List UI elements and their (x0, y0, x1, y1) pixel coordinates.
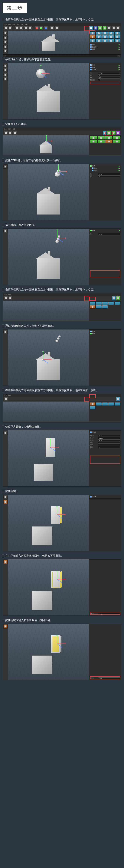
prim-plane[interactable] (115, 302, 120, 305)
render-settings[interactable] (55, 26, 59, 30)
prim-relief[interactable] (102, 39, 108, 42)
sizez-field[interactable]: 86 cm (98, 439, 120, 441)
extrude-field[interactable]: 3 cm (98, 677, 120, 679)
prim-capsule[interactable] (102, 35, 108, 38)
undo-button[interactable] (4, 131, 8, 135)
move-tool[interactable] (19, 26, 23, 30)
viewport[interactable] (8, 430, 89, 487)
model-mode[interactable] (3, 31, 7, 35)
sizey-field[interactable]: 122 cm (98, 437, 120, 439)
prim-torus[interactable] (96, 35, 102, 38)
prim-figure[interactable] (108, 39, 114, 42)
redo-button[interactable] (8, 26, 13, 30)
gen-subdiv[interactable] (90, 136, 97, 140)
prim-capsule[interactable] (102, 305, 108, 309)
light-button[interactable] (116, 26, 120, 30)
app-menubar[interactable]: 文件 编辑 创建 选择 工具 网格 (3, 23, 121, 26)
menu-item[interactable]: 编辑 (8, 24, 11, 25)
select-tool[interactable] (15, 26, 19, 30)
poly-mode[interactable] (3, 624, 7, 628)
prim-tube[interactable] (108, 35, 114, 38)
cube-primitive-button[interactable] (89, 26, 93, 30)
poly-mode[interactable] (3, 77, 7, 81)
viewport[interactable] (8, 624, 89, 680)
gen-lathe[interactable] (105, 136, 113, 140)
prim-disc[interactable] (108, 31, 114, 35)
y-lock[interactable] (39, 26, 43, 30)
viewport[interactable] (3, 402, 89, 422)
ideal-check[interactable] (98, 79, 100, 81)
sizex-field[interactable]: 53 cm (98, 435, 120, 437)
deformer-button[interactable] (102, 26, 107, 30)
inset-field[interactable]: 5 cm (98, 613, 120, 615)
gen-sweep[interactable] (90, 140, 97, 143)
viewport[interactable] (3, 301, 89, 321)
gen-loft[interactable] (113, 136, 120, 140)
render-button[interactable] (50, 26, 54, 30)
viewport[interactable] (3, 135, 89, 155)
door-cube-mesh[interactable] (51, 571, 60, 588)
app-menubar[interactable]: 文件编辑创建 (3, 128, 121, 130)
edge-mode[interactable] (3, 73, 7, 77)
object-mode[interactable] (3, 36, 7, 40)
viewport[interactable] (8, 330, 89, 385)
door-cube-mesh[interactable] (51, 635, 60, 653)
hull-field[interactable]: 29 cm (98, 233, 120, 235)
point-mode[interactable] (3, 40, 7, 44)
smoke-blob[interactable] (55, 240, 59, 243)
model-mode[interactable] (3, 164, 7, 168)
object-hierarchy[interactable]: 球体 融球 (89, 330, 121, 335)
viewport[interactable] (8, 495, 89, 551)
move-gizmo[interactable] (43, 360, 43, 360)
model-mode[interactable] (3, 330, 7, 334)
object-hierarchy[interactable]: 融球 (89, 228, 121, 232)
object-hierarchy[interactable]: 球体 圆锥 立方体.1 (89, 63, 121, 71)
prim-cone[interactable] (96, 402, 102, 406)
rotate-tool[interactable] (28, 26, 32, 30)
viewport[interactable] (8, 559, 89, 616)
move-tool[interactable] (8, 131, 13, 135)
move-gizmo[interactable] (57, 644, 57, 644)
point-mode[interactable] (3, 68, 7, 72)
cube-primitive-button[interactable] (116, 397, 120, 401)
prim-cylinder[interactable] (102, 31, 108, 35)
spline-button[interactable] (94, 26, 98, 30)
generator-button[interactable] (107, 131, 111, 135)
undo-button[interactable] (4, 26, 8, 30)
poly-mode[interactable] (3, 500, 7, 504)
prim-torus[interactable] (96, 305, 102, 309)
segz-field[interactable]: 1 (98, 446, 120, 448)
env-button[interactable] (107, 26, 111, 30)
deformer-button[interactable] (116, 131, 120, 135)
undo-button[interactable] (4, 397, 8, 401)
prim-cone[interactable] (96, 31, 102, 35)
gen-symmetry[interactable] (113, 140, 120, 143)
timeline[interactable]: 0 F90 F (3, 54, 121, 57)
smoke-blob[interactable] (58, 236, 60, 238)
model-mode[interactable] (3, 495, 7, 499)
move-gizmo[interactable] (46, 141, 47, 141)
model-mode[interactable] (3, 229, 7, 233)
z-lock[interactable] (44, 26, 48, 30)
gen-extrude[interactable] (97, 136, 105, 140)
scale-tool[interactable] (24, 26, 28, 30)
gen-bezier[interactable] (97, 140, 105, 143)
viewport[interactable] (8, 164, 89, 220)
radius-field[interactable]: 29 cm (98, 72, 120, 74)
prim-sphere[interactable] (90, 305, 96, 309)
prim-cylinder[interactable] (102, 402, 108, 406)
cube-primitive-button[interactable] (102, 131, 107, 135)
app-menubar[interactable]: 文件编辑 (3, 394, 121, 397)
segments-field[interactable]: 16 (98, 175, 120, 177)
prim-platonic[interactable] (90, 39, 96, 42)
prim-plane[interactable] (115, 402, 120, 406)
edge-mode[interactable] (3, 44, 7, 49)
app-menubar[interactable]: 文件编辑 (3, 293, 121, 296)
door-cube-mesh[interactable] (51, 506, 60, 524)
undo-button[interactable] (4, 296, 8, 300)
object-hierarchy[interactable]: 融球 球体 球体 (89, 164, 121, 172)
move-tool[interactable] (8, 296, 13, 300)
poly-mode[interactable] (3, 560, 7, 564)
prim-cylinder[interactable] (102, 302, 108, 305)
prim-oil[interactable] (96, 39, 102, 42)
